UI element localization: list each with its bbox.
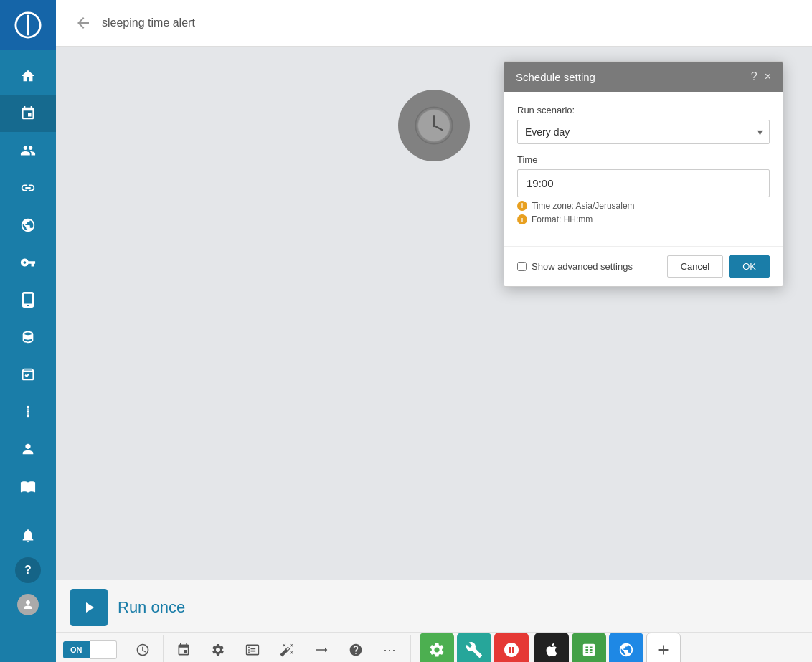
favorites-web-btn[interactable] [609,633,643,662]
dialog-footer: Show advanced settings Cancel OK [504,246,783,286]
dialog-header: Schedule setting ? × [504,62,783,92]
run-scenario-select[interactable]: Every day Every hour Every week Every mo… [517,120,770,144]
toolbar-icons: ON SCHEDULING [56,632,812,662]
info-icon-format: i [517,214,527,224]
advanced-settings: Show advanced settings [517,261,633,272]
sidebar-divider-1 [10,511,46,511]
sidebar-item-datastore[interactable] [0,318,56,356]
time-label: Time [517,154,770,165]
sidebar-item-home[interactable] [0,57,56,95]
time-group: Time i Time zone: Asia/Jerusalem i Forma… [517,154,770,224]
scheduling-toggle[interactable]: ON [63,640,117,659]
svg-point-3 [27,406,29,409]
sidebar-item-keys[interactable] [0,244,56,281]
svg-point-4 [27,415,29,418]
header: sleeping time alert [56,0,812,47]
timezone-row: i Time zone: Asia/Jerusalem [517,201,770,211]
tools-red-btn[interactable] [494,633,529,662]
sidebar-item-scenarios[interactable] [0,95,56,132]
tools-group: TOOLS [420,633,529,662]
toggle-track[interactable] [90,640,117,659]
timezone-label: Time zone: Asia/Jerusalem [532,201,635,211]
sidebar-item-devices[interactable] [0,281,56,318]
controls-display-icon[interactable] [235,633,270,662]
controls-schedule-icon[interactable] [166,633,201,662]
sidebar-item-notifications[interactable] [0,517,56,554]
sidebar-item-teams[interactable] [0,132,56,169]
favorites-apple-btn[interactable] [534,633,569,662]
dialog-body: Run scenario: Every day Every hour Every… [504,92,783,246]
controls-more-icon[interactable]: ··· [373,633,407,662]
sidebar-item-help[interactable]: ? [15,557,41,583]
tools-icons [420,633,529,662]
footer-buttons: Cancel OK [667,255,770,278]
dialog-title: Schedule setting [516,71,595,83]
format-label: Format: HH:mm [532,214,593,224]
cancel-button[interactable]: Cancel [667,255,723,278]
sidebar-item-flows[interactable] [0,393,56,430]
content-area: Schedule setting ? × Run scenario: Every… [56,47,812,580]
sidebar-item-profile[interactable] [0,586,56,623]
tools-teal-btn[interactable] [457,633,491,662]
scheduling-group: ON SCHEDULING [63,640,120,659]
run-once-button[interactable] [70,589,108,626]
page-title: sleeping time alert [102,16,195,29]
schedule-dialog: Schedule setting ? × Run scenario: Every… [504,61,783,287]
advanced-settings-checkbox[interactable] [517,262,527,271]
sidebar-item-webhooks[interactable] [0,207,56,244]
favorites-sheets-btn[interactable] [572,633,606,662]
sidebar-item-packages[interactable] [0,356,56,393]
run-once-section: Run once [56,580,812,632]
run-scenario-label: Run scenario: [517,105,770,115]
controls-flow-icon[interactable] [304,633,339,662]
back-button[interactable] [70,10,96,36]
tools-green-btn[interactable] [420,633,454,662]
separator-2 [410,635,411,662]
app-logo[interactable] [0,0,56,50]
advanced-settings-label: Show advanced settings [532,261,633,272]
controls-settings-icon[interactable] [201,633,235,662]
ok-button[interactable]: OK [729,255,770,278]
controls-help-icon[interactable] [339,633,373,662]
main-content: sleeping time alert Schedule set [56,0,812,662]
sidebar-item-users[interactable] [0,430,56,468]
bottom-toolbar: Run once ON SCHEDULING [56,580,812,662]
info-icon-timezone: i [517,201,527,211]
favorites-add-btn[interactable] [646,633,681,662]
svg-point-2 [27,410,29,413]
controls-icons: ··· [166,633,407,662]
toggle-on-label[interactable]: ON [63,641,90,658]
modal-overlay: Schedule setting ? × Run scenario: Every… [56,47,812,580]
scheduling-icon-btn[interactable] [126,633,160,662]
dialog-header-actions: ? × [751,70,771,83]
separator-1 [163,635,164,662]
dialog-close-button[interactable]: × [765,70,771,83]
run-once-label: Run once [118,598,185,617]
controls-group: ··· CONTROLS [166,633,407,662]
favorites-group: FAVORITES [534,633,681,662]
format-row: i Format: HH:mm [517,214,770,224]
run-scenario-select-wrapper: Every day Every hour Every week Every mo… [517,120,770,144]
sidebar: ? [0,0,56,662]
dialog-help-button[interactable]: ? [751,70,757,83]
run-scenario-group: Run scenario: Every day Every hour Every… [517,105,770,144]
controls-wand-icon[interactable] [270,633,304,662]
sidebar-item-docs[interactable] [0,468,56,505]
favorites-icons [534,633,681,662]
sidebar-item-connections[interactable] [0,169,56,207]
time-input[interactable] [517,169,770,197]
